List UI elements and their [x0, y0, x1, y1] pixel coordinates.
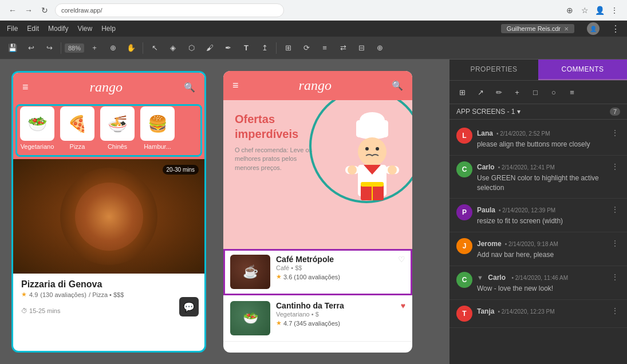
undo-button[interactable]: ↩ — [23, 40, 39, 56]
paula-body: Paula• 2/14/2020, 12:39 PM ⋮ resize to f… — [477, 204, 620, 226]
export-tool[interactable]: ↥ — [257, 40, 273, 56]
save-button[interactable]: 💾 — [5, 40, 21, 56]
tanja-more[interactable]: ⋮ — [610, 306, 620, 315]
forward-button[interactable]: → — [23, 5, 34, 16]
pan-button[interactable]: ✋ — [123, 40, 139, 56]
menu-help[interactable]: Help — [101, 25, 116, 33]
pen-tool[interactable]: ✒ — [220, 40, 236, 56]
cantinho-details: Cantinho da Terra Vegetariano • $ ★ 4.7 … — [276, 301, 395, 327]
snap-button[interactable]: ⊕ — [372, 40, 388, 56]
paula-time: • 2/14/2020, 12:39 PM — [499, 207, 555, 213]
tab-properties[interactable]: PROPERTIES — [449, 60, 538, 80]
carlo1-header: Carlo• 2/14/2020, 12:41 PM ⋮ — [477, 161, 620, 172]
cafe-heart[interactable]: ♡ — [398, 255, 405, 264]
delivery-time-left: ⏱ 15-25 mins — [13, 304, 204, 318]
lana-more[interactable]: ⋮ — [610, 128, 620, 137]
svg-point-3 — [358, 137, 387, 166]
browser-chrome: ← → ↻ coreldraw.app/ ⊕ ☆ 👤 ⋮ — [0, 0, 627, 21]
tanja-author: Tanja — [477, 307, 494, 315]
cantinho-thumb: 🥗 — [230, 301, 270, 335]
grid-button[interactable]: ⊟ — [353, 40, 369, 56]
shape-tool[interactable]: ⬡ — [183, 40, 199, 56]
category-vegetariano[interactable]: 🥗 Vegetariano — [20, 106, 54, 150]
cantinho-image: 🥗 — [230, 301, 270, 335]
lana-text: please align the buttons more closely — [477, 140, 620, 149]
arrange-button[interactable]: ⊞ — [280, 40, 296, 56]
chat-bubble[interactable]: 💬 — [179, 297, 199, 316]
tool-ellipse[interactable]: ○ — [546, 84, 562, 100]
lana-avatar: L — [456, 128, 472, 144]
paint-tool[interactable]: 🖌 — [202, 40, 218, 56]
expand-arrow[interactable]: ▼ — [477, 274, 483, 281]
jerome-more[interactable]: ⋮ — [610, 239, 620, 248]
app-more-button[interactable]: ⋮ — [611, 23, 620, 34]
comments-list[interactable]: L Lana• 2/14/2020, 2:52 PM ⋮ please alig… — [449, 120, 627, 364]
file-tab-close[interactable]: ✕ — [564, 26, 569, 32]
paula-header: Paula• 2/14/2020, 12:39 PM ⋮ — [477, 204, 620, 215]
cantinho-card[interactable]: 🥗 Cantinho da Terra Vegetariano • $ ★ 4.… — [223, 295, 412, 342]
refresh-button[interactable]: ↻ — [39, 5, 50, 16]
mirror-button[interactable]: ⇄ — [335, 40, 351, 56]
add-tab-button[interactable]: ⊕ — [564, 5, 575, 16]
menu-file[interactable]: File — [7, 25, 18, 33]
tool-pen[interactable]: ✏ — [491, 84, 507, 100]
category-pizza[interactable]: 🍕 Pizza — [60, 106, 94, 150]
carlo1-time: • 2/14/2020, 12:41 PM — [498, 164, 555, 171]
paula-more[interactable]: ⋮ — [610, 205, 620, 214]
back-button[interactable]: ← — [7, 5, 18, 16]
browser-more-button[interactable]: ⋮ — [609, 5, 620, 16]
pizza-icon: 🍕 — [60, 106, 94, 141]
file-tab[interactable]: Guilherme Reis.cdr ✕ — [501, 24, 574, 33]
tool-arrow[interactable]: ↗ — [472, 84, 488, 100]
left-search-icon[interactable]: 🔍 — [184, 82, 195, 93]
tab-comments[interactable]: COMMENTS — [538, 60, 627, 80]
bookmark-button[interactable]: ☆ — [579, 5, 590, 16]
align-button[interactable]: ≡ — [317, 40, 333, 56]
tool-connect[interactable]: ⊞ — [454, 84, 470, 100]
cafe-thumb: ☕ — [230, 255, 270, 289]
carlo1-more[interactable]: ⋮ — [610, 162, 620, 171]
cafe-name: Café Metrópole — [276, 255, 392, 264]
lana-header: Lana• 2/14/2020, 2:52 PM ⋮ — [477, 128, 620, 138]
right-search-icon[interactable]: 🔍 — [392, 80, 403, 91]
right-phone-header: ≡ rango 🔍 — [223, 71, 412, 100]
address-bar[interactable]: coreldraw.app/ — [55, 3, 284, 17]
vegetariano-label: Vegetariano — [21, 143, 54, 150]
right-hamburger-icon[interactable]: ≡ — [232, 80, 239, 92]
node-tool[interactable]: ◈ — [165, 40, 181, 56]
hero-section: Ofertas imperdíveis O chef recomenda: Le… — [223, 100, 412, 249]
tool-settings[interactable]: ≡ — [564, 84, 580, 100]
tool-rect[interactable]: □ — [527, 84, 543, 100]
carlo2-more[interactable]: ⋮ — [610, 272, 620, 282]
carlo1-body: Carlo• 2/14/2020, 12:41 PM ⋮ Use GREEN c… — [477, 161, 620, 193]
canvas-area[interactable]: ≡ rango 🔍 🥗 Vegetariano 🍕 Pizza 🍜 — [0, 60, 449, 364]
zoom-in-button[interactable]: + — [86, 40, 102, 56]
hero-subtitle: O chef recomenda: Leve os melhores prato… — [235, 146, 321, 172]
svg-point-5 — [376, 147, 379, 151]
zoom-value[interactable]: 88% — [65, 43, 84, 53]
carlo2-time: • 2/14/2020, 11:46 AM — [511, 275, 568, 281]
comment-paula: P Paula• 2/14/2020, 12:39 PM ⋮ resize to… — [449, 199, 627, 232]
cantinho-heart[interactable]: ♥ — [401, 301, 405, 310]
cafe-card[interactable]: ☕ Café Metrópole Café • $$ ★ 3.6 (100 av… — [223, 249, 412, 295]
category-hamburguer[interactable]: 🍔 Hambur... — [140, 106, 175, 150]
cursor-tool[interactable]: ↖ — [147, 40, 163, 56]
jerome-avatar: J — [456, 238, 472, 254]
left-hamburger-icon[interactable]: ≡ — [22, 81, 29, 93]
redo-button[interactable]: ↪ — [41, 40, 57, 56]
transform-button[interactable]: ⟳ — [298, 40, 314, 56]
text-tool[interactable]: T — [238, 40, 254, 56]
comment-jerome: J Jerome• 2/14/2020, 9:18 AM ⋮ Add nav b… — [449, 232, 627, 266]
menu-edit[interactable]: Edit — [27, 25, 39, 33]
menu-view[interactable]: View — [77, 25, 92, 33]
screens-label[interactable]: APP SCREENS - 1 ▾ — [456, 108, 520, 116]
category-chines[interactable]: 🍜 Chinês — [100, 106, 135, 150]
zoom-fit-button[interactable]: ⊕ — [105, 40, 121, 56]
cafe-image: ☕ — [230, 255, 270, 289]
tool-add[interactable]: + — [509, 84, 525, 100]
star-icon: ★ — [21, 291, 27, 298]
cantinho-rating: ★ 4.7 (345 avaliações) — [276, 319, 395, 327]
user-button[interactable]: 👤 — [594, 5, 605, 16]
menu-modify[interactable]: Modify — [48, 25, 68, 33]
user-avatar: 👤 — [587, 22, 600, 35]
